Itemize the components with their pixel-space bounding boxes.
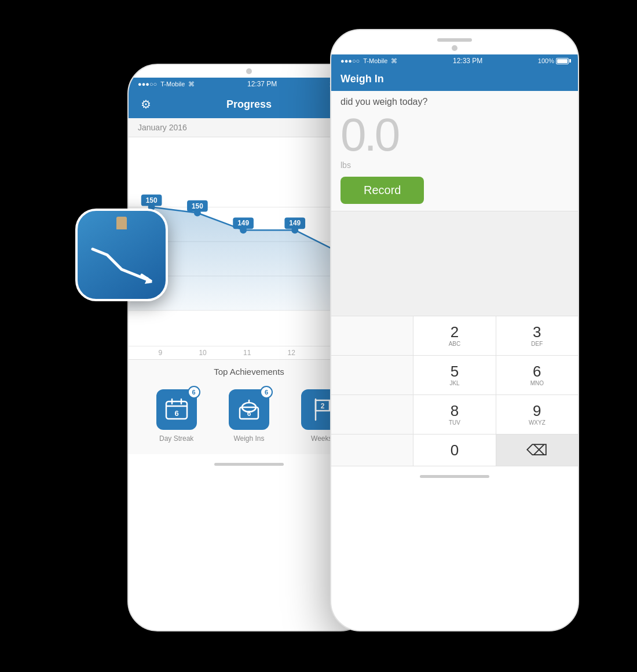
weigh-ins-icon: 6 6 (229, 389, 269, 430)
nav-bar-weigh-in: Weigh In (331, 67, 578, 91)
achievement-day-streak: 6 6 Day Streak (156, 389, 197, 443)
numpad-key-6[interactable]: 6 MNO (496, 356, 578, 395)
svg-text:150: 150 (192, 202, 203, 210)
battery-icon-front (556, 58, 569, 64)
day-streak-icon: 6 6 (156, 389, 197, 430)
weeks-label: Weeks (311, 434, 332, 443)
carrier-signal: ●●●○○ T-Mobile ⌘ (138, 81, 195, 88)
numpad-key-5[interactable]: 5 JKL (413, 356, 496, 395)
key-8-num: 8 (413, 403, 495, 418)
key-3-num: 3 (496, 324, 578, 339)
key-2-num: 2 (413, 324, 495, 339)
weigh-in-title: Weigh In (341, 73, 384, 85)
key-6-letters: MNO (496, 380, 578, 386)
key-0-num: 0 (413, 443, 495, 458)
numpad-key-1 (331, 316, 413, 355)
progress-title: Progress (226, 98, 272, 111)
weigh-question: did you weigh today? (341, 97, 569, 107)
camera-back (246, 68, 252, 74)
numpad-key-delete[interactable]: ⌫ (496, 434, 578, 466)
numpad-key-0[interactable]: 0 (413, 434, 496, 466)
numpad-row-3: 8 TUV 9 WXYZ (331, 395, 578, 434)
scale-top-icon (116, 217, 127, 229)
numpad: 2 ABC 3 DEF 5 JKL 6 MNO (331, 316, 578, 466)
numpad-key-7 (331, 395, 413, 434)
numpad-key-8[interactable]: 8 TUV (413, 395, 496, 434)
key-8-letters: TUV (413, 419, 495, 426)
numpad-key-9[interactable]: 9 WXYZ (496, 395, 578, 434)
key-6-num: 6 (496, 364, 578, 379)
numpad-row-1: 2 ABC 3 DEF (331, 316, 578, 356)
day-streak-badge: 6 (188, 386, 200, 399)
status-bar-front: ●●●○○ T-Mobile ⌘ 12:33 PM 100% (331, 54, 578, 67)
battery-front: 100% (538, 57, 569, 64)
scale-icon: 6 (236, 397, 262, 422)
day-streak-label: Day Streak (159, 434, 193, 443)
numpad-key-2[interactable]: 2 ABC (413, 316, 496, 355)
key-9-num: 9 (496, 403, 578, 418)
numpad-row-4: 0 ⌫ (331, 434, 578, 466)
key-delete-num: ⌫ (496, 443, 578, 458)
svg-text:150: 150 (146, 196, 158, 204)
record-button[interactable]: Record (341, 177, 424, 204)
speaker-front (437, 38, 472, 42)
numpad-key-3[interactable]: 3 DEF (496, 316, 578, 355)
weigh-value: 0.0 (341, 112, 569, 158)
scene: ●●●○○ T-Mobile ⌘ 12:37 PM 100% ⚙ Progres… (58, 29, 579, 643)
key-5-letters: JKL (413, 380, 495, 386)
key-9-letters: WXYZ (496, 419, 578, 426)
numpad-key-empty (331, 434, 413, 466)
achievement-weigh-ins: 6 6 Weigh Ins (229, 389, 269, 443)
time-front: 12:33 PM (453, 57, 482, 65)
weigh-unit: lbs (341, 160, 569, 170)
app-icon (75, 209, 168, 301)
settings-icon[interactable]: ⚙ (138, 96, 154, 112)
numpad-key-4 (331, 356, 413, 395)
svg-text:149: 149 (289, 219, 301, 227)
camera-front (452, 45, 457, 51)
key-3-letters: DEF (496, 341, 578, 347)
key-2-letters: ABC (413, 341, 495, 347)
home-indicator-front (420, 475, 489, 478)
svg-text:6: 6 (247, 410, 251, 418)
weigh-spacer (331, 211, 578, 316)
svg-text:149: 149 (237, 219, 249, 227)
weigh-ins-label: Weigh Ins (233, 434, 264, 443)
svg-text:2: 2 (321, 402, 325, 410)
weigh-in-section: did you weigh today? 0.0 lbs Record (331, 91, 578, 211)
phone-weigh-in: ●●●○○ T-Mobile ⌘ 12:33 PM 100% Weigh In … (330, 29, 579, 631)
app-icon-chart (90, 235, 153, 287)
calendar-icon: 6 (164, 397, 189, 422)
month-label: January 2016 (138, 123, 187, 132)
key-5-num: 5 (413, 364, 495, 379)
weigh-ins-badge: 6 (260, 386, 273, 399)
svg-text:6: 6 (174, 409, 178, 418)
time-back: 12:37 PM (247, 80, 277, 88)
home-indicator-back (214, 463, 284, 466)
carrier-signal-front: ●●●○○ T-Mobile ⌘ (341, 57, 397, 65)
numpad-row-2: 5 JKL 6 MNO (331, 356, 578, 395)
